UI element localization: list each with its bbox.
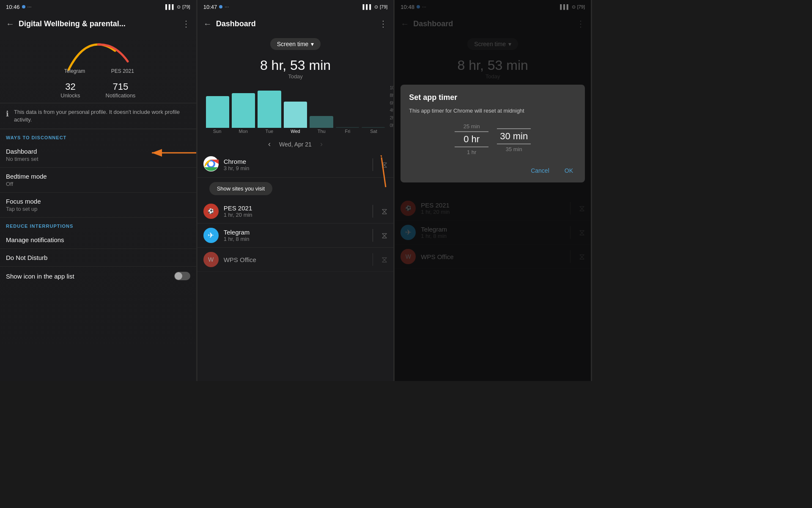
app-info-pes-2: PES 2021 1 hr, 20 min: [224, 204, 373, 218]
menu-item-bedtime[interactable]: Bedtime mode Off: [0, 168, 196, 193]
info-row: ℹ This data is from your personal profil…: [0, 103, 196, 129]
min-picker: 30 min 35 min: [497, 127, 531, 152]
status-dot-1: [22, 5, 25, 8]
hour-line-bottom: [455, 146, 488, 147]
toggle-thumb: [175, 272, 182, 280]
wps-icon-2: W: [203, 252, 219, 267]
back-button-1[interactable]: ←: [6, 19, 14, 29]
svg-point-4: [208, 161, 214, 166]
wifi-icon: ⊙: [177, 4, 181, 10]
status-time-2: 10:47 ···: [203, 4, 229, 10]
dialog-description: This app timer for Chrome will reset at …: [409, 107, 576, 115]
bar-tue: [258, 91, 281, 128]
wifi-icon-2: ⊙: [374, 4, 378, 10]
chrome-icon-2: [203, 156, 219, 173]
date-nav-2: ‹ Wed, Apr 21 ›: [198, 136, 394, 152]
panel-digital-wellbeing: 10:46 ··· ▌▌▌ ⊙ [79] ← Digital Wellbeing…: [0, 0, 198, 381]
show-sites-wrapper: Show sites you visit: [198, 178, 394, 199]
hour-line-top: [455, 131, 488, 132]
menu-item-focus[interactable]: Focus mode Tap to set up: [0, 193, 196, 218]
chevron-down-icon-2: ▾: [311, 41, 314, 47]
dialog-overlay: [395, 0, 591, 381]
panel-dashboard: 10:47 ··· ▌▌▌ ⊙ [79] ← Dashboard ⋮ Scree…: [198, 0, 395, 381]
bar-chart-bars: 10h 8h 6h 4h 2h 0h: [206, 86, 385, 128]
divider-pes-2: [373, 205, 373, 218]
show-icon-toggle[interactable]: [174, 272, 190, 280]
bar-sun: [206, 96, 229, 128]
bar-chart-2: 10h 8h 6h 4h 2h 0h Sun Mon Tue Wed Thu F…: [198, 81, 394, 136]
date-next-button-2[interactable]: ›: [320, 140, 323, 149]
back-button-2[interactable]: ←: [203, 19, 212, 29]
arrow-svg: [150, 148, 198, 158]
y-axis-labels: 10h 8h 6h 4h 2h 0h: [390, 86, 395, 128]
chrome-app-item-wrapper: Chrome 3 hr, 9 min ⧖: [198, 152, 394, 178]
time-picker: 25 min 0 hr 1 hr 30 min 35 min: [409, 123, 576, 155]
hour-picker: 25 min 0 hr 1 hr: [455, 123, 488, 155]
app-item-telegram-2[interactable]: ✈ Telegram 1 hr, 8 min ⧖: [198, 224, 394, 248]
app-info-telegram-2: Telegram 1 hr, 8 min: [224, 229, 373, 242]
screen-time-dropdown-2: Screen time ▾: [198, 35, 394, 53]
app-item-wps-2[interactable]: W WPS Office ⧖: [198, 248, 394, 272]
arc-chart: Telegram PES 2021: [0, 35, 196, 77]
timer-icon-wps-2[interactable]: ⧖: [381, 255, 387, 265]
bar-fri: [336, 127, 359, 128]
divider-telegram-2: [373, 229, 373, 242]
more-options-icon-1[interactable]: ⋮: [182, 19, 190, 29]
bar-sat: [362, 127, 385, 128]
show-sites-button[interactable]: Show sites you visit: [209, 182, 272, 195]
stats-row: 32 Unlocks 715 Notifications: [0, 77, 196, 103]
app-item-pes-2[interactable]: ⚽ PES 2021 1 hr, 20 min ⧖: [198, 199, 394, 224]
svg-line-6: [381, 157, 386, 187]
dashboard-menu-item-wrapper: Dashboard No timers set: [0, 143, 196, 168]
big-time-2: 8 hr, 53 min Today: [198, 53, 394, 81]
toggle-row-show-icon: Show icon in the app list: [0, 267, 196, 285]
arc-label-telegram: Telegram: [64, 68, 85, 74]
app-item-chrome-2[interactable]: Chrome 3 hr, 9 min ⧖: [198, 152, 394, 178]
pes-icon-2: ⚽: [203, 204, 219, 219]
signal-icon: ▌▌▌: [165, 4, 175, 9]
arc-container: Telegram PES 2021: [60, 40, 136, 74]
cancel-button[interactable]: Cancel: [527, 166, 553, 176]
set-app-timer-dialog: Set app timer This app timer for Chrome …: [401, 85, 585, 182]
menu-item-manage-notif[interactable]: Manage notifications: [0, 231, 196, 249]
battery-icon: [79]: [182, 4, 190, 9]
min-line-bottom: [497, 144, 531, 144]
battery-icon-2: [79]: [380, 4, 387, 9]
status-dot-2: [219, 5, 222, 8]
bar-wed: [284, 102, 307, 128]
orange-arrow-timer: [373, 155, 395, 191]
arc-label-pes: PES 2021: [111, 68, 134, 74]
status-icons-1: ▌▌▌ ⊙ [79]: [165, 4, 190, 10]
timer-icon-telegram-2[interactable]: ⧖: [381, 231, 387, 240]
status-icons-2: ▌▌▌ ⊙ [79]: [363, 4, 388, 10]
telegram-icon-2: ✈: [203, 228, 219, 243]
top-bar-2: ← Dashboard ⋮: [198, 13, 394, 35]
bar-thu: [310, 116, 333, 128]
menu-item-dnd[interactable]: Do Not Disturb: [0, 249, 196, 267]
status-time-1: 10:46 ···: [6, 4, 32, 10]
timer-icon-pes-2[interactable]: ⧖: [381, 207, 387, 216]
panel-dashboard-dialog: 10:48 ··· ▌▌▌ ⊙ [79] ← Dashboard ⋮ Scree…: [395, 0, 592, 381]
screen-time-pill-2[interactable]: Screen time ▾: [270, 38, 321, 50]
ok-button[interactable]: OK: [561, 166, 576, 176]
app-info-chrome-2: Chrome 3 hr, 9 min: [224, 158, 373, 171]
stat-unlocks: 32 Unlocks: [60, 81, 80, 99]
section-disconnect: WAYS TO DISCONNECT: [0, 129, 196, 143]
stat-notifications: 715 Notifications: [106, 81, 136, 99]
chart-day-labels: Sun Mon Tue Wed Thu Fri Sat: [206, 128, 385, 135]
dialog-title: Set app timer: [409, 93, 576, 102]
page-title-2: Dashboard: [216, 19, 379, 28]
signal-icon-2: ▌▌▌: [363, 4, 373, 9]
min-line-top: [497, 128, 531, 129]
top-bar-1: ← Digital Wellbeing & parental... ⋮: [0, 13, 196, 35]
more-options-icon-2[interactable]: ⋮: [379, 19, 387, 29]
info-icon: ℹ: [6, 109, 9, 119]
app-info-wps-2: WPS Office: [224, 256, 373, 263]
orange-arrow-annotation: [150, 148, 198, 160]
status-bar-2: 10:47 ··· ▌▌▌ ⊙ [79]: [198, 0, 394, 13]
timer-icon-wrapper-2: ⧖: [377, 160, 387, 170]
divider-wps-2: [373, 253, 373, 266]
status-bar-1: 10:46 ··· ▌▌▌ ⊙ [79]: [0, 0, 196, 13]
dialog-actions: Cancel OK: [409, 162, 576, 176]
date-prev-button-2[interactable]: ‹: [268, 140, 271, 149]
